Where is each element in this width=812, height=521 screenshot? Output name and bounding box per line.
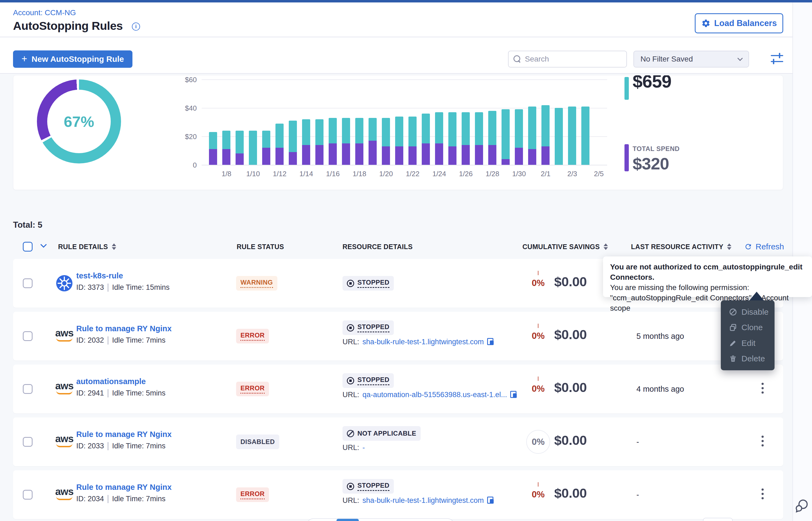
last-activity: - bbox=[636, 490, 639, 499]
sort-icon[interactable] bbox=[112, 244, 116, 250]
stacked-bar bbox=[448, 112, 456, 165]
copy-icon[interactable] bbox=[487, 497, 494, 505]
rule-id-idle: ID: 2941Idle Time: 5mins bbox=[76, 389, 166, 398]
pagination-active-page[interactable] bbox=[337, 519, 359, 521]
rule-id-idle: ID: 2033Idle Time: 7mins bbox=[76, 442, 166, 450]
savings-percent: 0% bbox=[523, 482, 553, 507]
row-checkbox[interactable] bbox=[23, 437, 33, 447]
table-row: aws Rule to manage RY Nginx ID: 2033Idle… bbox=[13, 417, 783, 466]
stacked-bar bbox=[222, 131, 230, 165]
column-cumulative-savings[interactable]: CUMULATIVE SAVINGS bbox=[522, 238, 608, 255]
row-checkbox[interactable] bbox=[23, 331, 33, 341]
rule-name-link[interactable]: automationsample bbox=[76, 377, 146, 386]
saved-filter-value: No Filter Saved bbox=[640, 55, 693, 63]
x-axis-tick-label: 1/18 bbox=[347, 170, 372, 178]
x-axis-tick-label: 2/3 bbox=[560, 170, 584, 178]
column-rule-details[interactable]: RULE DETAILS bbox=[58, 238, 116, 255]
rule-name-link[interactable]: Rule to manage RY Nginx bbox=[76, 430, 172, 439]
row-checkbox[interactable] bbox=[23, 490, 33, 500]
total-savings-swatch bbox=[624, 77, 629, 100]
savings-percent: 0% bbox=[523, 324, 553, 348]
stacked-bar bbox=[275, 123, 284, 165]
delete-icon bbox=[729, 355, 737, 363]
menu-item-clone[interactable]: Clone bbox=[721, 320, 774, 335]
column-resource-details: RESOURCE DETAILS bbox=[342, 238, 413, 255]
stopped-icon bbox=[347, 377, 354, 384]
stacked-bar bbox=[422, 114, 430, 165]
x-axis-tick-label: 1/14 bbox=[294, 170, 319, 178]
aws-icon: aws bbox=[54, 487, 74, 504]
status-badge: ERROR bbox=[236, 329, 269, 343]
resource-url-link: - bbox=[363, 444, 365, 452]
clone-icon bbox=[729, 323, 737, 332]
status-badge: WARNING bbox=[236, 276, 277, 291]
stacked-bar bbox=[302, 119, 310, 165]
menu-item-delete[interactable]: Delete bbox=[721, 351, 774, 366]
stacked-bar bbox=[488, 111, 496, 165]
stacked-bar bbox=[435, 112, 443, 165]
menu-item-disable[interactable]: Disable bbox=[721, 304, 774, 320]
copy-icon[interactable] bbox=[487, 338, 494, 346]
plus-icon: + bbox=[21, 53, 27, 65]
stacked-bar bbox=[236, 131, 244, 165]
refresh-button[interactable]: Refresh bbox=[744, 238, 784, 255]
pagination[interactable] bbox=[306, 518, 455, 521]
sort-icon[interactable] bbox=[727, 244, 731, 250]
bulk-actions-chevron-icon[interactable] bbox=[40, 241, 47, 248]
stacked-bar bbox=[568, 107, 576, 165]
savings-percent: 0% bbox=[523, 271, 553, 296]
row-menu-kebab-icon[interactable] bbox=[760, 434, 765, 448]
kubernetes-icon bbox=[56, 275, 73, 292]
rule-name-link[interactable]: Rule to manage RY Nginx bbox=[76, 324, 172, 333]
support-chat-icon[interactable] bbox=[793, 498, 810, 515]
page-title: AutoStopping Rules bbox=[13, 19, 123, 32]
select-all-checkbox[interactable] bbox=[23, 242, 33, 252]
stopped-icon bbox=[347, 324, 354, 332]
rule-name-link[interactable]: test-k8s-rule bbox=[76, 271, 123, 280]
stacked-bar bbox=[475, 112, 483, 165]
row-menu-kebab-icon[interactable] bbox=[760, 487, 765, 501]
resource-url-link[interactable]: sha-bulk-rule-test-1.lightwingtest.com bbox=[363, 496, 484, 505]
stacked-bar bbox=[541, 105, 550, 165]
page-header: Account: CCM-NG AutoStopping Rules i Loa… bbox=[0, 2, 792, 37]
row-checkbox[interactable] bbox=[23, 384, 33, 394]
load-balancers-button[interactable]: Load Balancers bbox=[695, 13, 783, 33]
status-badge: ERROR bbox=[236, 488, 269, 502]
savings-gauge: 0% bbox=[526, 430, 550, 454]
resource-url-link[interactable]: sha-bulk-rule-test-1.lightwingtest.com bbox=[363, 338, 484, 346]
column-last-resource-activity[interactable]: LAST RESOURCE ACTIVITY bbox=[631, 238, 731, 255]
sort-icon[interactable] bbox=[603, 244, 608, 250]
total-spend-swatch bbox=[624, 144, 629, 171]
saved-filter-dropdown[interactable]: No Filter Saved bbox=[634, 51, 749, 68]
x-axis-tick-label: 1/8 bbox=[214, 170, 239, 178]
info-icon[interactable]: i bbox=[132, 23, 140, 31]
not-applicable-icon bbox=[347, 430, 354, 437]
row-menu-kebab-icon[interactable] bbox=[760, 381, 765, 395]
breadcrumb-account-link[interactable]: Account: CCM-NG bbox=[13, 8, 76, 17]
chart-gridline bbox=[201, 165, 607, 165]
bottom-right-button[interactable] bbox=[703, 518, 733, 521]
search-input[interactable] bbox=[525, 55, 623, 63]
permission-tooltip: You are not authorized to ccm_autostoppi… bbox=[603, 256, 812, 297]
y-axis-tick-label: 0 bbox=[165, 161, 197, 169]
resource-url-link[interactable]: qa-automation-alb-515563988.us-east-1.el… bbox=[363, 391, 507, 399]
stacked-bar bbox=[382, 118, 390, 165]
stacked-bar bbox=[408, 117, 416, 165]
x-axis-tick-label: 1/20 bbox=[374, 170, 399, 178]
copy-icon[interactable] bbox=[510, 391, 517, 399]
new-autostopping-rule-button[interactable]: + New AutoStopping Rule bbox=[13, 50, 132, 68]
resource-url: URL: sha-bulk-rule-test-1.lightwingtest.… bbox=[342, 496, 494, 505]
gear-icon bbox=[701, 19, 710, 28]
menu-item-edit[interactable]: Edit bbox=[721, 336, 774, 351]
progress-tick bbox=[538, 324, 539, 328]
savings-amount: $0.00 bbox=[554, 433, 614, 448]
savings-amount: $0.00 bbox=[554, 485, 614, 501]
disable-icon bbox=[729, 308, 737, 316]
savings-donut-chart: 67% bbox=[37, 80, 121, 163]
row-checkbox[interactable] bbox=[23, 278, 33, 288]
filter-panel-icon[interactable] bbox=[771, 52, 784, 66]
stacked-bar bbox=[249, 131, 257, 165]
rule-name-link[interactable]: Rule to manage RY Nginx bbox=[76, 483, 172, 492]
stacked-bar bbox=[528, 107, 536, 165]
progress-tick bbox=[538, 271, 539, 275]
